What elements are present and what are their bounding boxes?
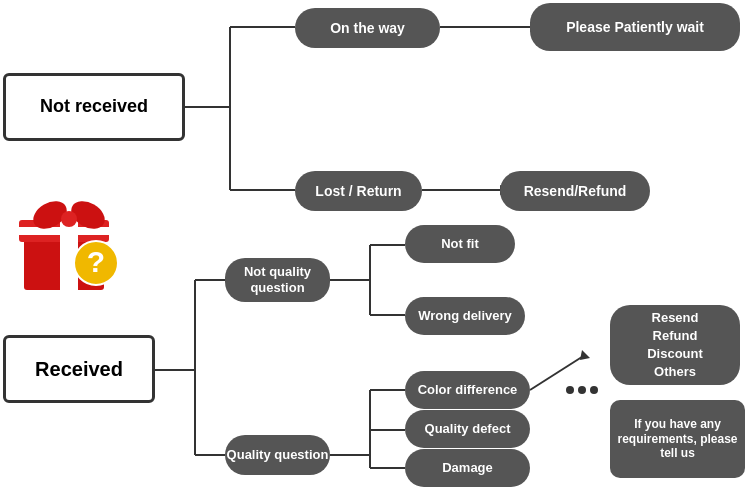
please-wait-box: Please Patiently wait bbox=[530, 3, 740, 51]
svg-point-32 bbox=[61, 211, 77, 227]
not-fit-box: Not fit bbox=[405, 225, 515, 263]
wrong-delivery-box: Wrong delivery bbox=[405, 297, 525, 335]
resend-options-box: Resend Refund Discount Others bbox=[610, 305, 740, 385]
svg-point-23 bbox=[566, 386, 574, 394]
svg-point-25 bbox=[590, 386, 598, 394]
quality-defect-box: Quality defect bbox=[405, 410, 530, 448]
received-box: Received bbox=[3, 335, 155, 403]
damage-box: Damage bbox=[405, 449, 530, 487]
svg-text:?: ? bbox=[87, 245, 105, 278]
color-diff-box: Color difference bbox=[405, 371, 530, 409]
gift-icon: ? bbox=[14, 185, 124, 295]
svg-marker-22 bbox=[580, 350, 590, 360]
resend-refund-top-box: Resend/Refund bbox=[500, 171, 650, 211]
not-received-box: Not received bbox=[3, 73, 185, 141]
diagram: Not received On the way Please Patiently… bbox=[0, 0, 750, 500]
svg-point-24 bbox=[578, 386, 586, 394]
not-quality-box: Not quality question bbox=[225, 258, 330, 302]
quality-question-box: Quality question bbox=[225, 435, 330, 475]
svg-line-21 bbox=[530, 355, 585, 390]
requirements-box: If you have any requirements, please tel… bbox=[610, 400, 745, 478]
lost-return-box: Lost / Return bbox=[295, 171, 422, 211]
on-the-way-box: On the way bbox=[295, 8, 440, 48]
